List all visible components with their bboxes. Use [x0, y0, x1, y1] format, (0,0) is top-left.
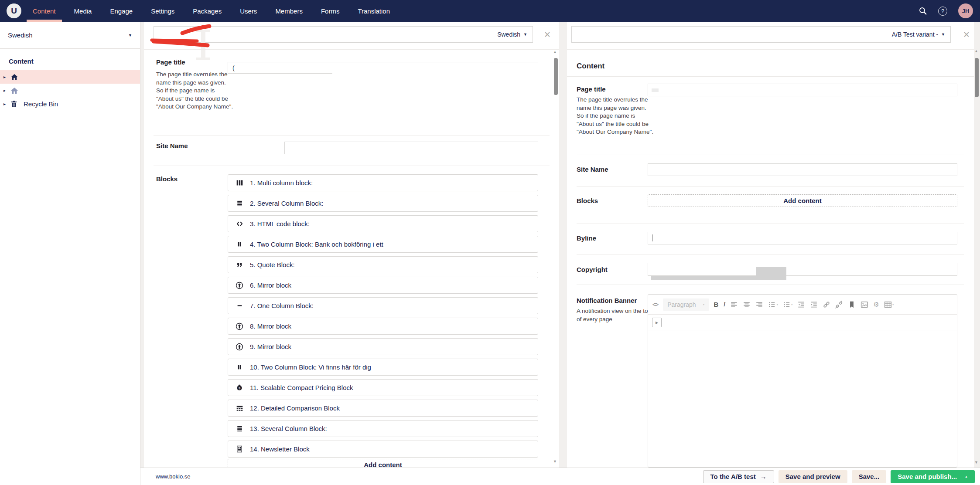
- align-left-icon[interactable]: [730, 301, 738, 309]
- numbered-list-icon[interactable]: ▾: [783, 301, 793, 309]
- divider: [577, 224, 964, 224]
- block-item[interactable]: 5. Quote Block:: [228, 256, 538, 273]
- nav-item-translation[interactable]: Translation: [358, 0, 390, 22]
- search-icon[interactable]: [919, 7, 927, 15]
- italic-icon[interactable]: I: [723, 301, 725, 308]
- text-cursor-artifact: [196, 58, 210, 60]
- block-item[interactable]: 10. Two Column Block: Vi finns här för d…: [228, 359, 538, 376]
- source-code-icon[interactable]: <>: [652, 301, 658, 308]
- indent-icon[interactable]: [810, 301, 818, 309]
- page-name-input-left[interactable]: Swedish ▼: [154, 26, 533, 43]
- block-item[interactable]: 1. Multi column block:: [228, 174, 538, 191]
- avatar[interactable]: JH: [958, 3, 973, 18]
- unlink-icon[interactable]: [835, 301, 843, 309]
- columns-2-icon: [235, 240, 244, 249]
- variant-selector-label: A/B Test variant -: [892, 31, 938, 38]
- tree-item-page-1[interactable]: ▸: [0, 84, 140, 97]
- block-item[interactable]: 13. Several Column Block:: [228, 420, 538, 437]
- chevron-down-icon: ▾: [776, 303, 778, 306]
- sidebar-language-selector[interactable]: Swedish ▼: [0, 22, 140, 49]
- save-and-publish-button[interactable]: Save and publish... ▲: [891, 470, 975, 483]
- block-item[interactable]: 2. Several Column Block:: [228, 195, 538, 212]
- rows-icon: [235, 424, 244, 433]
- copyright-label: Copyright: [577, 266, 608, 273]
- close-icon[interactable]: ✕: [963, 31, 970, 39]
- block-item[interactable]: 7. One Column Block:: [228, 297, 538, 314]
- block-item[interactable]: 4. Two Column Block: Bank och bokföring …: [228, 236, 538, 253]
- site-name-input[interactable]: [648, 163, 957, 176]
- nav-item-users[interactable]: Users: [240, 0, 257, 22]
- block-item[interactable]: 12. Detailed Comparison Block: [228, 400, 538, 417]
- comparison-icon: [235, 404, 244, 413]
- site-name-input[interactable]: [284, 142, 538, 154]
- save-and-publish-caret[interactable]: ▲: [965, 475, 968, 478]
- scrollbar-thumb[interactable]: [975, 58, 979, 97]
- trash-icon: [10, 100, 20, 108]
- editor-panel-right: A/B Test variant - ▼ ✕ Content Page titl…: [567, 22, 974, 468]
- document-language-selector[interactable]: Swedish ▼: [497, 27, 527, 42]
- block-item-label: 10. Two Column Block: Vi finns här för d…: [250, 363, 371, 371]
- bold-icon[interactable]: B: [714, 301, 719, 308]
- nav-item-media[interactable]: Media: [74, 0, 92, 22]
- scrollbar-thumb[interactable]: [554, 58, 558, 95]
- settings-icon[interactable]: ⚙: [873, 301, 879, 309]
- chevron-right-icon[interactable]: ▸: [3, 88, 10, 93]
- block-item[interactable]: 3. HTML code block:: [228, 215, 538, 232]
- redaction-block: [756, 267, 786, 280]
- page-name-input-right[interactable]: A/B Test variant - ▼: [571, 26, 951, 43]
- umbraco-logo-icon[interactable]: U: [7, 3, 21, 18]
- bullet-list-icon[interactable]: ▾: [768, 301, 778, 309]
- tree-item-recycle-bin[interactable]: ▸Recycle Bin: [0, 97, 140, 111]
- to-ab-test-button[interactable]: To the A/B test →: [703, 470, 774, 483]
- chevron-down-icon: ▾: [791, 303, 793, 306]
- umbraco-app: U ContentMediaEngageSettingsPackagesUser…: [0, 0, 980, 485]
- block-item[interactable]: 6. Mirror block: [228, 277, 538, 294]
- rte-content-first-row[interactable]: ▶: [648, 315, 957, 330]
- chevron-down-icon: ▼: [128, 33, 132, 37]
- nav-item-members[interactable]: Members: [275, 0, 303, 22]
- link-icon[interactable]: [823, 301, 830, 309]
- chevron-right-icon[interactable]: ▸: [3, 102, 10, 106]
- nav-item-packages[interactable]: Packages: [193, 0, 222, 22]
- anchor-icon[interactable]: [848, 301, 856, 309]
- copyright-input[interactable]: [648, 263, 957, 276]
- blocks-label: Blocks: [156, 175, 178, 183]
- scroll-down-icon[interactable]: ▼: [974, 460, 978, 465]
- block-item[interactable]: 14. Newsletter Block: [228, 441, 538, 458]
- table-icon[interactable]: ▾: [884, 301, 894, 309]
- align-center-icon[interactable]: [743, 301, 751, 309]
- nav-item-settings[interactable]: Settings: [151, 0, 174, 22]
- add-content-button[interactable]: Add content: [228, 459, 538, 468]
- toggle-toolbar-icon[interactable]: ▶: [652, 318, 662, 327]
- byline-input[interactable]: [648, 232, 957, 244]
- page-title-description: The page title overrules the name this p…: [156, 71, 234, 111]
- add-content-button[interactable]: Add content: [648, 194, 957, 207]
- variant-selector[interactable]: A/B Test variant - ▼: [892, 27, 945, 42]
- scroll-down-icon[interactable]: ▼: [553, 459, 557, 464]
- rte-content-area[interactable]: [648, 330, 957, 468]
- close-icon[interactable]: ✕: [544, 31, 551, 39]
- site-url: www.bokio.se: [156, 473, 190, 480]
- svg-text:$: $: [239, 386, 240, 390]
- paragraph-select[interactable]: Paragraph ▾: [663, 298, 709, 311]
- divider: [567, 49, 974, 50]
- scroll-up-icon[interactable]: ▲: [974, 49, 978, 53]
- chevron-right-icon[interactable]: ▸: [3, 75, 10, 79]
- block-item[interactable]: 8. Mirror block: [228, 318, 538, 335]
- scroll-up-icon[interactable]: ▲: [553, 50, 557, 54]
- outdent-icon[interactable]: [797, 301, 805, 309]
- site-name-label: Site Name: [156, 142, 188, 149]
- nav-item-content[interactable]: Content: [33, 0, 56, 22]
- block-item[interactable]: 9. Mirror block: [228, 338, 538, 355]
- text-caret: [652, 234, 653, 241]
- page-title-input[interactable]: [648, 84, 957, 96]
- nav-item-engage[interactable]: Engage: [110, 0, 133, 22]
- save-and-preview-button[interactable]: Save and preview: [779, 470, 847, 483]
- nav-item-forms[interactable]: Forms: [321, 0, 340, 22]
- block-item[interactable]: $11. Scalable Compact Pricing Block: [228, 379, 538, 396]
- help-icon[interactable]: ?: [938, 7, 947, 16]
- tree-item-page-0[interactable]: ▸: [0, 70, 140, 84]
- save-button[interactable]: Save...: [852, 470, 887, 483]
- image-icon[interactable]: [860, 301, 868, 309]
- align-right-icon[interactable]: [755, 301, 763, 309]
